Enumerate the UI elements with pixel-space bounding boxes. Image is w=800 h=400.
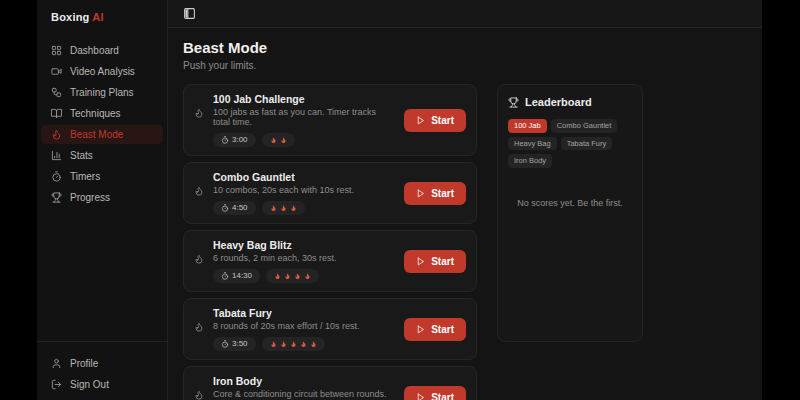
start-button[interactable]: Start [404, 318, 466, 341]
flame-icon [304, 272, 311, 280]
time-badge: 3:00 [213, 133, 256, 147]
sidebar-item-techniques[interactable]: Techniques [41, 104, 163, 123]
sidebar-item-progress[interactable]: Progress [41, 188, 163, 207]
leaderboard-title: Leaderboard [525, 96, 592, 108]
challenge-card: Heavy Bag Blitz 6 rounds, 2 min each, 30… [183, 230, 477, 292]
sidebar-nav: Dashboard Video Analysis Training Plans … [37, 27, 167, 209]
app-frame: Boxing AI Dashboard Video Analysis Train… [0, 0, 800, 400]
sidebar-item-profile[interactable]: Profile [41, 354, 163, 373]
challenge-body: Combo Gauntlet 10 combos, 20s each with … [213, 171, 395, 215]
flame-icon [280, 204, 287, 212]
challenge-description: 10 combos, 20s each with 10s rest. [213, 185, 395, 195]
flame-icon [270, 204, 277, 212]
sidebar-item-label: Sign Out [70, 379, 109, 390]
page-subtitle: Push your limits. [183, 60, 742, 71]
book-open-icon [51, 108, 62, 119]
trophy-icon [51, 192, 62, 203]
start-button[interactable]: Start [404, 109, 466, 132]
challenge-title: Tabata Fury [213, 307, 395, 319]
flame-icon [194, 318, 204, 351]
challenge-description: Core & conditioning circuit between roun… [213, 389, 395, 399]
challenge-badges: 3:50 [213, 337, 395, 351]
user-icon [51, 358, 62, 369]
sidebar-item-label: Timers [70, 171, 100, 182]
sidebar-item-beast-mode[interactable]: Beast Mode [41, 125, 163, 144]
challenge-badges: 3:00 [213, 133, 395, 147]
sidebar-item-video-analysis[interactable]: Video Analysis [41, 62, 163, 81]
challenge-badges: 4:50 [213, 201, 395, 215]
start-button-label: Start [431, 256, 454, 267]
sidebar-item-sign-out[interactable]: Sign Out [41, 375, 163, 394]
flame-icon [284, 272, 291, 280]
challenge-card: Combo Gauntlet 10 combos, 20s each with … [183, 162, 477, 224]
play-icon [416, 325, 425, 334]
time-badge: 14:30 [213, 269, 260, 283]
leaderboard-tab[interactable]: 100 Jab [508, 119, 547, 133]
flame-icon [194, 104, 204, 147]
content: Beast Mode Push your limits. 100 Jab Cha… [168, 28, 762, 400]
flame-icon [300, 340, 307, 348]
leaderboard-tab[interactable]: Combo Gauntlet [551, 119, 618, 133]
sidebar-item-label: Training Plans [70, 87, 134, 98]
flame-rating [266, 269, 319, 283]
brand-logo: Boxing AI [37, 0, 167, 27]
main-area: Beast Mode Push your limits. 100 Jab Cha… [168, 0, 762, 400]
flame-rating [262, 337, 325, 351]
flame-rating [262, 133, 295, 147]
boxing-ai-app: Boxing AI Dashboard Video Analysis Train… [37, 0, 762, 400]
time-badge: 3:50 [213, 337, 256, 351]
workflow-icon [51, 87, 62, 98]
flame-icon [310, 340, 317, 348]
content-columns: 100 Jab Challenge 100 jabs as fast as yo… [183, 84, 742, 400]
leaderboard-tab[interactable]: Tabata Fury [561, 137, 613, 151]
brand-name: Boxing [51, 11, 89, 23]
flame-icon [290, 340, 297, 348]
leaderboard-tab[interactable]: Iron Body [508, 154, 552, 168]
time-badge: 4:50 [213, 201, 256, 215]
sidebar-item-label: Dashboard [70, 45, 119, 56]
time-value: 4:50 [232, 204, 248, 212]
challenge-badges: 14:30 [213, 269, 395, 283]
time-value: 3:50 [232, 340, 248, 348]
start-button[interactable]: Start [404, 182, 466, 205]
challenge-title: Heavy Bag Blitz [213, 239, 395, 251]
sidebar-item-training-plans[interactable]: Training Plans [41, 83, 163, 102]
timer-icon [221, 340, 229, 348]
sidebar-item-dashboard[interactable]: Dashboard [41, 41, 163, 60]
flame-rating [262, 201, 305, 215]
challenge-card: Tabata Fury 8 rounds of 20s max effort /… [183, 298, 477, 360]
leaderboard-panel: Leaderboard 100 JabCombo GauntletHeavy B… [497, 84, 643, 342]
play-icon [416, 116, 425, 125]
challenge-body: Heavy Bag Blitz 6 rounds, 2 min each, 30… [213, 239, 395, 283]
dashboard-icon [51, 45, 62, 56]
leaderboard-tab[interactable]: Heavy Bag [508, 137, 557, 151]
sidebar-item-label: Progress [70, 192, 110, 203]
flame-icon [194, 386, 204, 400]
challenge-description: 8 rounds of 20s max effort / 10s rest. [213, 321, 395, 331]
time-value: 14:30 [232, 272, 252, 280]
video-icon [51, 66, 62, 77]
challenge-list: 100 Jab Challenge 100 jabs as fast as yo… [183, 84, 477, 400]
sidebar-item-label: Video Analysis [70, 66, 135, 77]
timer-icon [221, 204, 229, 212]
sidebar-item-label: Beast Mode [70, 129, 123, 140]
panel-left-icon[interactable] [183, 7, 196, 20]
timer-icon [221, 272, 229, 280]
challenge-body: Iron Body Core & conditioning circuit be… [213, 375, 395, 400]
sidebar-item-stats[interactable]: Stats [41, 146, 163, 165]
start-button[interactable]: Start [404, 386, 466, 400]
flame-icon [270, 340, 277, 348]
challenge-title: Combo Gauntlet [213, 171, 395, 183]
sidebar-footer: Profile Sign Out [37, 341, 167, 400]
flame-icon [294, 272, 301, 280]
play-icon [416, 189, 425, 198]
sidebar-item-timers[interactable]: Timers [41, 167, 163, 186]
brand-accent: AI [92, 11, 103, 23]
start-button[interactable]: Start [404, 250, 466, 273]
flame-icon [280, 340, 287, 348]
sidebar-item-label: Profile [70, 358, 98, 369]
challenge-description: 6 rounds, 2 min each, 30s rest. [213, 253, 395, 263]
page-title: Beast Mode [183, 39, 742, 56]
sidebar-item-label: Stats [70, 150, 93, 161]
leaderboard-header: Leaderboard [508, 96, 632, 108]
